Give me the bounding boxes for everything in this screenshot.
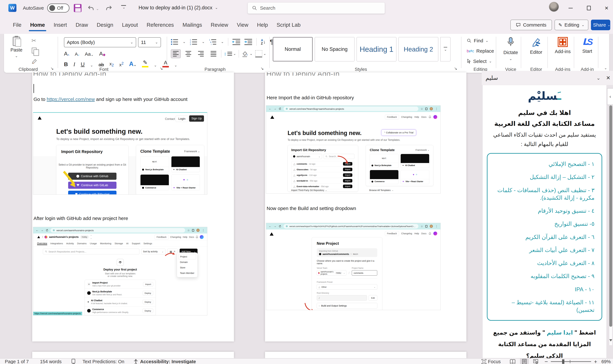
tab-script-lab[interactable]: Script Lab (276, 21, 301, 29)
browser-avatar[interactable] (430, 107, 433, 110)
align-left-icon[interactable] (171, 49, 181, 58)
style-no-spacing[interactable]: No Spacing (315, 37, 354, 62)
user-avatar[interactable] (200, 235, 204, 239)
bookmark-star-icon[interactable]: ☆ (421, 107, 423, 111)
dictate-button[interactable]: Dictate ⌄ (502, 37, 519, 61)
continue-bitbucket-button[interactable]: Continue with Bitbucket (68, 191, 116, 195)
tab-draw[interactable]: Draw (75, 21, 88, 29)
framework-select[interactable]: △Other⌄ (317, 284, 377, 290)
back-icon[interactable]: ← (269, 107, 272, 110)
underline-dropdown-icon[interactable]: ⌄ (90, 63, 93, 67)
change-case-icon[interactable]: Aa⌄ (85, 51, 94, 57)
numbering-icon[interactable]: 123 (190, 39, 198, 45)
style-heading2[interactable]: Heading 2 (398, 37, 438, 62)
font-color-dropdown-icon[interactable]: ⌄ (174, 63, 177, 67)
zoom-out-icon[interactable]: − (545, 358, 548, 364)
bell-icon[interactable] (196, 236, 198, 238)
subscript-icon[interactable]: x2 (109, 61, 114, 67)
menu-item-domain[interactable]: Domain (178, 260, 196, 265)
zoom-slider[interactable] (551, 361, 591, 362)
highlight-color-icon[interactable]: ✎ (142, 59, 148, 67)
import-button[interactable]: Import (143, 282, 153, 286)
import-third-party-link[interactable]: Import Third-Party Git Repository → (291, 189, 327, 192)
undo-icon[interactable] (86, 3, 95, 13)
vtab-domains[interactable]: Domains (77, 242, 86, 245)
word-count[interactable]: 154 words (40, 359, 62, 364)
back-icon[interactable]: ← (36, 229, 39, 232)
word-app-icon[interactable]: W (8, 4, 16, 12)
vtab-overview[interactable]: Overview (37, 242, 47, 245)
web-layout-icon[interactable] (533, 359, 538, 364)
feedback-link[interactable]: Feedback (154, 235, 168, 239)
paste-button[interactable]: Paste ⌄ (11, 37, 22, 58)
repo-import-button[interactable]: Import (343, 179, 352, 182)
template-tile-nextjs[interactable]: NEXT.Next.js Boilerplate (140, 156, 169, 172)
reload-icon[interactable] (279, 107, 281, 110)
deploy-button[interactable]: Deploy (143, 300, 153, 304)
changelog-link[interactable]: Changelog (401, 232, 412, 235)
vercel-signup-button[interactable]: Sign Up (189, 115, 204, 122)
extensions-icon[interactable] (425, 108, 427, 110)
font-size-combobox[interactable]: 11⌄ (138, 37, 161, 47)
menu-item-store[interactable]: Store (178, 265, 196, 270)
docs-link[interactable]: Docs (421, 232, 426, 235)
highlight-dropdown-icon[interactable]: ⌄ (154, 63, 157, 67)
template-tile-nextjs[interactable]: NEXT.Next.js Boilerplate (370, 154, 399, 168)
align-center-icon[interactable] (183, 49, 193, 58)
changelog-link[interactable]: Changelog (170, 236, 181, 238)
template-tile-ai-chatbot[interactable]: ✦AI Chatbot (400, 154, 429, 168)
bell-icon[interactable] (429, 116, 431, 118)
editor-button[interactable]: Editor (527, 37, 545, 55)
browser-menu-icon[interactable]: ⋮ (202, 229, 204, 232)
extensions-icon[interactable] (192, 229, 194, 232)
proofing-icon[interactable] (71, 359, 76, 364)
redo-icon[interactable] (104, 3, 113, 13)
framework-filter[interactable]: Framework ⌄ (184, 150, 200, 153)
style-heading1[interactable]: Heading 1 (356, 37, 396, 62)
changelog-link[interactable]: Changelog (401, 116, 412, 118)
framework-filter[interactable]: Framework ⌄ (415, 149, 429, 151)
clipboard-dialog-launcher-icon[interactable]: ↘ (50, 66, 54, 71)
copy-icon[interactable] (32, 48, 37, 53)
vtab-storage[interactable]: Storage (115, 242, 123, 245)
tab-insert[interactable]: Insert (53, 21, 67, 29)
bell-icon[interactable] (429, 232, 431, 235)
numbering-dropdown-icon[interactable]: ⌄ (202, 40, 204, 44)
url-bar[interactable]: vercel.com/aamirhusnains-projects (51, 228, 185, 233)
template-tile-ai-chatbot[interactable]: ✦AI Chatbot (171, 156, 200, 172)
clear-formatting-icon[interactable]: A◆ (99, 51, 106, 57)
vercel-login-button[interactable]: Login (176, 116, 188, 122)
vercel-contact-link[interactable]: Contact (165, 117, 175, 121)
add-ins-button[interactable]: Add-ins (553, 37, 572, 54)
autosave-toggle[interactable]: Off (47, 3, 69, 13)
back-icon[interactable]: ← (269, 225, 272, 228)
share-button[interactable]: Share ⌄ (591, 20, 610, 30)
undo-dropdown-icon[interactable]: ⌄ (96, 7, 99, 11)
template-tile-vite-react[interactable]: ▼⚛▼Vite + React Starter (171, 174, 200, 190)
help-link[interactable]: Help (414, 232, 419, 235)
styles-dialog-launcher-icon[interactable]: ↘ (454, 66, 457, 71)
feedback-link[interactable]: Feedback (385, 115, 399, 119)
vtab-usage[interactable]: Usage (90, 242, 97, 245)
taskpane-close-icon[interactable]: ✕ (606, 75, 611, 81)
deploy-button[interactable]: Deploy (143, 309, 153, 313)
close-button[interactable]: ✕ (602, 3, 611, 13)
multilevel-dropdown-icon[interactable]: ⌄ (221, 40, 224, 44)
template-tile-vite-react[interactable]: ▼⚛▼Vite + React Starter (400, 170, 429, 184)
taskpane-collapse-icon[interactable]: ‹ (607, 88, 613, 105)
git-provider-select[interactable]: aamirhusnain⌄ (291, 154, 322, 159)
template-tile-commerce[interactable]: Commerce (140, 174, 169, 190)
shrink-font-icon[interactable]: A˅ (75, 52, 79, 57)
decrease-indent-icon[interactable] (232, 39, 240, 45)
zoom-in-icon[interactable]: + (594, 359, 597, 364)
shading-icon[interactable]: ⌄ (242, 50, 252, 57)
styles-gallery-more-button[interactable]: ⌄ (440, 37, 451, 62)
borders-icon[interactable]: ⌄ (255, 50, 266, 57)
user-avatar[interactable] (433, 115, 437, 119)
scroll-down-icon[interactable] (609, 339, 612, 341)
text-predictions[interactable]: Text Predictions: On (82, 359, 124, 364)
script-lab-start-button[interactable]: ᒪS Start (578, 37, 596, 54)
team-select[interactable]: aamirhusnain's projectsHobby⌄ (317, 270, 346, 276)
deploy-button[interactable]: Deploy (143, 291, 153, 295)
tab-file[interactable]: File (13, 21, 22, 29)
